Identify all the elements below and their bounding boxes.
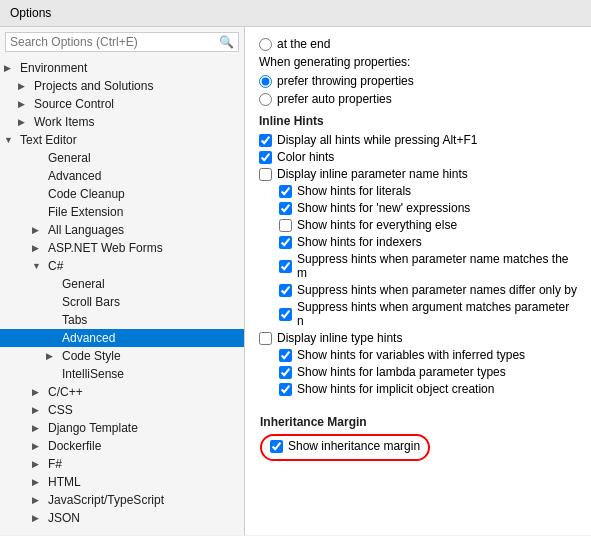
- tree-label-html: HTML: [48, 475, 240, 489]
- tree-label-json: JSON: [48, 511, 240, 525]
- search-input[interactable]: [10, 35, 219, 49]
- tree-label-file-extension: File Extension: [48, 205, 240, 219]
- tree-item-tabs[interactable]: Tabs: [0, 311, 244, 329]
- tree-item-dockerfile[interactable]: ▶Dockerfile: [0, 437, 244, 455]
- hint-label-show-hints-everything: Show hints for everything else: [297, 218, 457, 232]
- tree-item-django-template[interactable]: ▶Django Template: [0, 419, 244, 437]
- tree-arrow-projects-solutions: ▶: [18, 81, 32, 91]
- show-inheritance-row[interactable]: Show inheritance margin: [270, 439, 420, 453]
- tree-item-intellisense[interactable]: IntelliSense: [0, 365, 244, 383]
- hint-checkbox-suppress-param-differ[interactable]: [279, 284, 292, 297]
- tree-item-file-extension[interactable]: File Extension: [0, 203, 244, 221]
- tree-item-html[interactable]: ▶HTML: [0, 473, 244, 491]
- hint-checkbox-suppress-param-match[interactable]: [279, 260, 292, 273]
- tree-item-aspnet-web-forms[interactable]: ▶ASP.NET Web Forms: [0, 239, 244, 257]
- hint-row-suppress-arg-match[interactable]: Suppress hints when argument matches par…: [259, 300, 577, 328]
- hint-row-show-hints-indexers[interactable]: Show hints for indexers: [259, 235, 577, 249]
- hint-row-show-hints-new[interactable]: Show hints for 'new' expressions: [259, 201, 577, 215]
- tree-label-css: CSS: [48, 403, 240, 417]
- prefer-throwing-label: prefer throwing properties: [277, 74, 414, 88]
- tree-label-code-style: Code Style: [62, 349, 240, 363]
- hint-checkbox-show-hints-new[interactable]: [279, 202, 292, 215]
- hint-label-suppress-param-differ: Suppress hints when parameter names diff…: [297, 283, 577, 297]
- tree-arrow-source-control: ▶: [18, 99, 32, 109]
- tree-item-projects-solutions[interactable]: ▶Projects and Solutions: [0, 77, 244, 95]
- tree-item-css[interactable]: ▶CSS: [0, 401, 244, 419]
- hint-checkbox-show-hints-indexers[interactable]: [279, 236, 292, 249]
- left-panel: 🔍 ▶Environment▶Projects and Solutions▶So…: [0, 27, 245, 535]
- hint-row-display-inline-type[interactable]: Display inline type hints: [259, 331, 577, 345]
- tree-label-tabs: Tabs: [62, 313, 240, 327]
- hint-label-show-hints-new: Show hints for 'new' expressions: [297, 201, 470, 215]
- tree-label-advanced-cs: Advanced: [62, 331, 240, 345]
- hint-checkbox-display-inline-param[interactable]: [259, 168, 272, 181]
- tree-arrow-json: ▶: [32, 513, 46, 523]
- tree-item-work-items[interactable]: ▶Work Items: [0, 113, 244, 131]
- tree-arrow-work-items: ▶: [18, 117, 32, 127]
- tree-label-advanced-te: Advanced: [48, 169, 240, 183]
- at-the-end-radio[interactable]: [259, 38, 272, 51]
- hint-row-show-hints-everything[interactable]: Show hints for everything else: [259, 218, 577, 232]
- hint-row-display-inline-param[interactable]: Display inline parameter name hints: [259, 167, 577, 181]
- tree-item-cpp[interactable]: ▶C/C++: [0, 383, 244, 401]
- tree-item-advanced-cs[interactable]: Advanced: [0, 329, 244, 347]
- inheritance-margin-title: Inheritance Margin: [260, 415, 576, 429]
- hint-label-show-hints-indexers: Show hints for indexers: [297, 235, 422, 249]
- hint-label-suppress-arg-match: Suppress hints when argument matches par…: [297, 300, 577, 328]
- tree-item-code-style[interactable]: ▶Code Style: [0, 347, 244, 365]
- tree-item-advanced-te[interactable]: Advanced: [0, 167, 244, 185]
- tree-label-projects-solutions: Projects and Solutions: [34, 79, 240, 93]
- tree-item-environment[interactable]: ▶Environment: [0, 59, 244, 77]
- hint-checkbox-show-hints-inferred[interactable]: [279, 349, 292, 362]
- when-generating-section: When generating properties: prefer throw…: [259, 55, 577, 106]
- prefer-auto-row[interactable]: prefer auto properties: [259, 92, 577, 106]
- tree-item-json[interactable]: ▶JSON: [0, 509, 244, 527]
- hint-row-color-hints[interactable]: Color hints: [259, 150, 577, 164]
- tree-item-text-editor[interactable]: ▼Text Editor: [0, 131, 244, 149]
- hint-row-suppress-param-match[interactable]: Suppress hints when parameter name match…: [259, 252, 577, 280]
- hint-row-show-hints-inferred[interactable]: Show hints for variables with inferred t…: [259, 348, 577, 362]
- tree-arrow-aspnet-web-forms: ▶: [32, 243, 46, 253]
- hint-checkbox-suppress-arg-match[interactable]: [279, 308, 292, 321]
- tree-label-text-editor: Text Editor: [20, 133, 240, 147]
- hint-row-show-hints-lambda[interactable]: Show hints for lambda parameter types: [259, 365, 577, 379]
- tree-item-js-ts[interactable]: ▶JavaScript/TypeScript: [0, 491, 244, 509]
- hint-checkbox-show-hints-literals[interactable]: [279, 185, 292, 198]
- tree-item-scroll-bars[interactable]: Scroll Bars: [0, 293, 244, 311]
- tree-label-csharp: C#: [48, 259, 240, 273]
- tree-item-source-control[interactable]: ▶Source Control: [0, 95, 244, 113]
- hint-label-show-hints-implicit: Show hints for implicit object creation: [297, 382, 494, 396]
- prefer-throwing-row[interactable]: prefer throwing properties: [259, 74, 577, 88]
- tree-item-general-cs[interactable]: General: [0, 275, 244, 293]
- hint-checkbox-show-hints-implicit[interactable]: [279, 383, 292, 396]
- hint-label-show-hints-literals: Show hints for literals: [297, 184, 411, 198]
- hint-checkbox-display-all-hints[interactable]: [259, 134, 272, 147]
- prefer-throwing-radio[interactable]: [259, 75, 272, 88]
- tree-item-code-cleanup[interactable]: Code Cleanup: [0, 185, 244, 203]
- prefer-auto-radio[interactable]: [259, 93, 272, 106]
- tree-arrow-fsharp: ▶: [32, 459, 46, 469]
- tree-label-source-control: Source Control: [34, 97, 240, 111]
- hint-row-display-all-hints[interactable]: Display all hints while pressing Alt+F1: [259, 133, 577, 147]
- at-the-end-row: at the end: [259, 37, 577, 51]
- hint-row-show-hints-literals[interactable]: Show hints for literals: [259, 184, 577, 198]
- tree-arrow-cpp: ▶: [32, 387, 46, 397]
- search-box[interactable]: 🔍: [5, 32, 239, 52]
- tree-arrow-code-style: ▶: [46, 351, 60, 361]
- inline-hints-section: Inline Hints Display all hints while pre…: [259, 114, 577, 396]
- tree-item-all-languages[interactable]: ▶All Languages: [0, 221, 244, 239]
- tree-item-fsharp[interactable]: ▶F#: [0, 455, 244, 473]
- tree-item-general[interactable]: General: [0, 149, 244, 167]
- hint-checkbox-show-hints-everything[interactable]: [279, 219, 292, 232]
- hint-checkbox-display-inline-type[interactable]: [259, 332, 272, 345]
- hint-row-suppress-param-differ[interactable]: Suppress hints when parameter names diff…: [259, 283, 577, 297]
- hint-checkbox-color-hints[interactable]: [259, 151, 272, 164]
- show-inheritance-checkbox[interactable]: [270, 440, 283, 453]
- prefer-auto-label: prefer auto properties: [277, 92, 392, 106]
- tree-item-csharp[interactable]: ▼C#: [0, 257, 244, 275]
- inline-hints-title: Inline Hints: [259, 114, 577, 128]
- hint-checkbox-show-hints-lambda[interactable]: [279, 366, 292, 379]
- hint-row-show-hints-implicit[interactable]: Show hints for implicit object creation: [259, 382, 577, 396]
- hint-label-suppress-param-match: Suppress hints when parameter name match…: [297, 252, 577, 280]
- tree-label-js-ts: JavaScript/TypeScript: [48, 493, 240, 507]
